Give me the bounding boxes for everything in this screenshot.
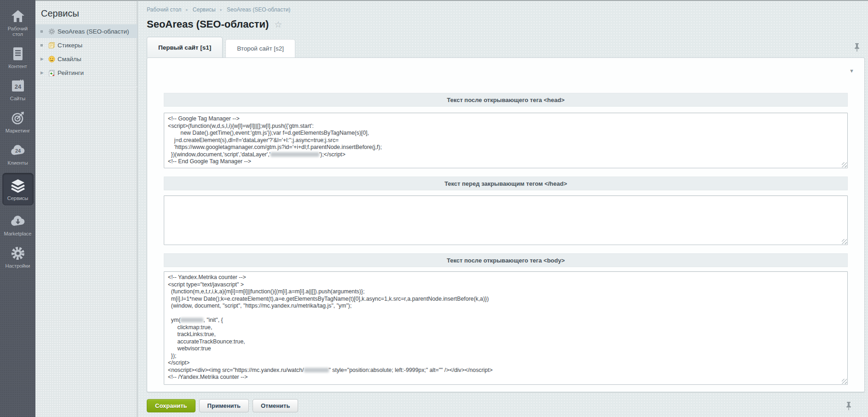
cancel-button[interactable]: Отменить [253, 399, 299, 412]
redacted-value [180, 318, 203, 322]
main-workspace: Рабочий стол ▸ Сервисы ▸ SeoAreas (SEO-о… [138, 0, 868, 417]
sidebar-item-content[interactable]: Контент [2, 43, 34, 71]
section-header-after-head: Текст после открывающего тега <head> [164, 93, 848, 107]
sidebar-item-services[interactable]: Сервисы [2, 173, 34, 206]
browser-24-icon: 24 [11, 78, 25, 94]
target-icon [11, 110, 25, 126]
collapse-chevron-icon[interactable]: ▼ [849, 68, 854, 74]
sidebar-item-sites[interactable]: 24 Сайты [2, 75, 34, 103]
tab-first-site[interactable]: Первый сайт [s1] [147, 37, 223, 57]
favorite-star-icon[interactable]: ☆ [274, 19, 282, 30]
tab-second-site[interactable]: Второй сайт [s2] [225, 39, 295, 57]
app-root: Рабочий стол Контент 24 Сайты Маркетинг … [0, 0, 868, 417]
chevron-right-icon: ▸ [216, 7, 227, 12]
svg-text:24: 24 [14, 83, 21, 90]
page-title: SeoAreas (SEO-области) [147, 18, 269, 30]
site-tabs: Первый сайт [s1] Второй сайт [s2] [147, 37, 865, 57]
bullet-icon [40, 44, 46, 46]
bullet-icon [40, 30, 46, 33]
sidebar-item-label: Marketplace [4, 231, 32, 236]
sidebar-item-label: Сайты [10, 96, 25, 101]
sidebar-item-label: Контент [8, 63, 27, 69]
left-icon-sidebar: Рабочий стол Контент 24 Сайты Маркетинг … [0, 0, 35, 417]
menu-item-ratings[interactable]: ▶ Рейтинги [35, 66, 138, 80]
textarea-before-head-close[interactable] [164, 195, 848, 245]
sidebar-item-clients[interactable]: 24 Клиенты [2, 140, 34, 168]
breadcrumb-services[interactable]: Сервисы [193, 6, 216, 13]
sidebar-item-label: Сервисы [7, 195, 29, 201]
stickers-icon [46, 42, 57, 49]
breadcrumb-desktop[interactable]: Рабочий стол [147, 6, 181, 13]
document-icon [12, 46, 24, 62]
chevron-right-icon: ▶ [40, 70, 46, 75]
menu-item-label: Смайлы [57, 56, 81, 63]
menu-item-label: SeoAreas (SEO-области) [57, 28, 129, 35]
sidebar-item-label: Рабочий стол [3, 26, 33, 37]
services-menu-panel: Сервисы SeoAreas (SEO-области) Стикеры ▶… [35, 0, 138, 417]
breadcrumb: Рабочий стол ▸ Сервисы ▸ SeoAreas (SEO-о… [147, 1, 865, 13]
menu-title: Сервисы [35, 1, 138, 24]
pin-icon[interactable] [854, 43, 860, 54]
home-icon [11, 8, 25, 24]
chevron-right-icon: ▸ [181, 7, 193, 12]
textarea-after-body[interactable]: <!-- Yandex.Metrika counter --><script t… [164, 271, 848, 385]
menu-item-seoareas[interactable]: SeoAreas (SEO-области) [35, 24, 138, 38]
menu-item-smiles[interactable]: ▶ Смайлы [35, 52, 138, 66]
form-buttons: Сохранить Применить Отменить [147, 399, 865, 412]
menu-item-stickers[interactable]: Стикеры [35, 38, 138, 52]
pin-icon[interactable] [845, 402, 852, 412]
rating-plus-icon [46, 69, 57, 76]
form-panel: ▼ Текст после открывающего тега <head> <… [147, 57, 865, 392]
layers-icon [10, 178, 26, 194]
chevron-right-icon: ▶ [40, 57, 46, 61]
gear-icon [11, 246, 25, 261]
sidebar-item-marketing[interactable]: Маркетинг [2, 108, 34, 136]
gear-icon [46, 28, 57, 35]
menu-item-label: Рейтинги [57, 69, 84, 76]
smiley-icon [46, 56, 57, 63]
apply-button[interactable]: Применить [199, 399, 249, 412]
menu-item-label: Стикеры [57, 42, 82, 49]
breadcrumb-seoareas[interactable]: SeoAreas (SEO-области) [227, 6, 290, 13]
sidebar-item-label: Клиенты [7, 160, 28, 166]
section-header-after-body: Текст после открывающего тега <body> [164, 253, 848, 267]
redacted-value [270, 152, 319, 157]
cloud-24-icon: 24 [10, 143, 26, 158]
svg-text:24: 24 [15, 148, 21, 154]
menu-divider [35, 86, 138, 86]
sidebar-item-label: Настройки [6, 263, 30, 268]
redacted-value [304, 368, 329, 372]
save-button[interactable]: Сохранить [147, 399, 195, 412]
cloud-download-icon [10, 213, 26, 229]
textarea-after-head[interactable]: <!-- Google Tag Manager --><script>(func… [164, 113, 848, 168]
sidebar-item-settings[interactable]: Настройки [2, 243, 34, 271]
section-header-before-head-close: Текст перед закрывающим тегом </head> [164, 177, 848, 190]
sidebar-item-marketplace[interactable]: Marketplace [2, 211, 34, 239]
sidebar-item-desktop[interactable]: Рабочий стол [2, 6, 34, 39]
sidebar-item-label: Маркетинг [6, 128, 30, 133]
